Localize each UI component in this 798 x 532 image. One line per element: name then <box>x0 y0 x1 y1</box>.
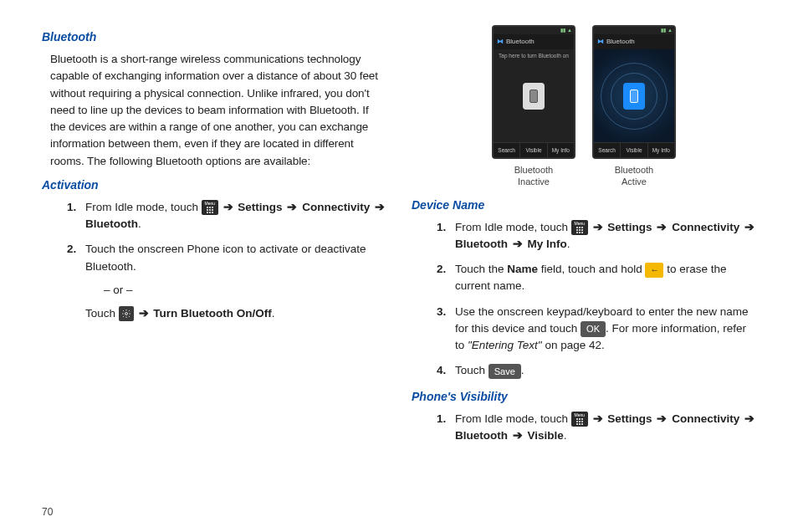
step-text: Touch <box>455 364 489 376</box>
arrow-icon: ➔ <box>744 221 755 233</box>
bluetooth-label: Bluetooth <box>85 217 138 230</box>
step-text: . <box>521 364 524 376</box>
step-text: on page 42. <box>542 339 605 351</box>
connectivity-label: Connectivity <box>672 412 739 425</box>
phone-tab: Search <box>594 143 621 157</box>
arrow-icon: ➔ <box>657 412 667 425</box>
heading-activation: Activation <box>42 176 386 194</box>
phone-tab: Visible <box>621 143 647 157</box>
arrow-icon: ➔ <box>513 429 523 442</box>
phone-tab-bar: Search Visible My Info <box>494 142 574 157</box>
page-columns: Bluetooth Bluetooth is a short-range wir… <box>42 25 756 453</box>
step-text: From Idle mode, touch <box>455 412 571 425</box>
visibility-step-1: From Idle mode, touch Menu ➔ Settings ➔ … <box>437 411 756 445</box>
phone-title-bar: ⧓ Bluetooth <box>494 34 574 49</box>
phone-tab: My Info <box>648 143 674 157</box>
phone-caption-active: BluetoothActive <box>592 164 676 188</box>
bluetooth-label: Bluetooth <box>455 238 508 250</box>
arrow-icon: ➔ <box>375 201 385 213</box>
step-text: From Idle mode, touch <box>85 201 202 213</box>
entering-text-ref: "Entering Text" <box>468 339 542 351</box>
left-column: Bluetooth Bluetooth is a short-range wir… <box>42 25 386 453</box>
menu-icon: Menu <box>202 200 218 215</box>
connectivity-label: Connectivity <box>672 221 739 233</box>
arrow-icon: ➔ <box>744 412 755 425</box>
phone-tab: My Info <box>548 143 574 157</box>
bluetooth-intro-text: Bluetooth is a short-range wireless comm… <box>50 51 386 170</box>
arrow-icon: ➔ <box>287 201 297 213</box>
gear-icon <box>119 306 134 321</box>
arrow-icon: ➔ <box>593 221 603 233</box>
phone-title-bar: ⧓ Bluetooth <box>594 34 674 49</box>
menu-icon-label: Menu <box>205 202 216 206</box>
phone-device-icon <box>623 83 645 110</box>
phone-tab: Search <box>494 143 520 157</box>
phone-content: Tap here to turn Bluetooth on <box>494 49 574 142</box>
visibility-steps: From Idle mode, touch Menu ➔ Settings ➔ … <box>437 411 756 445</box>
activation-step-2: Touch the onscreen Phone icon to activat… <box>67 241 386 322</box>
phone-content <box>594 49 674 142</box>
turn-bluetooth-label: Turn Bluetooth On/Off <box>153 307 271 320</box>
phone-screenshot-inactive: ▮▮▲ ⧓ Bluetooth Tap here to turn Bluetoo… <box>492 25 575 159</box>
status-bar: ▮▮▲ <box>494 27 574 34</box>
phone-active-block: ▮▮▲ ⧓ Bluetooth Search Visible My Info <box>592 25 676 188</box>
device-name-steps: From Idle mode, touch Menu ➔ Settings ➔ … <box>437 219 756 380</box>
phone-caption-inactive: BluetoothInactive <box>492 164 575 188</box>
name-field-label: Name <box>507 263 538 275</box>
step-text: field, touch and hold <box>538 263 645 275</box>
step-text: Touch the <box>455 263 507 275</box>
phone-tab-bar: Search Visible My Info <box>594 142 674 157</box>
arrow-icon: ➔ <box>139 307 149 320</box>
device-step-3: Use the onscreen keypad/keyboard to ente… <box>437 304 756 355</box>
heading-bluetooth: Bluetooth <box>42 28 386 46</box>
erase-icon: ← <box>645 263 663 278</box>
arrow-icon: ➔ <box>223 201 233 213</box>
step-text: From Idle mode, touch <box>455 221 571 233</box>
phone-screenshot-active: ▮▮▲ ⧓ Bluetooth Search Visible My Info <box>592 25 676 159</box>
phone-device-icon <box>523 83 545 110</box>
or-divider: – or – <box>104 282 386 299</box>
device-step-4: Touch Save. <box>437 362 756 379</box>
device-step-1: From Idle mode, touch Menu ➔ Settings ➔ … <box>437 219 756 253</box>
settings-label: Settings <box>607 412 652 425</box>
save-button: Save <box>489 364 521 380</box>
ok-button: OK <box>581 321 606 337</box>
alt-instruction: Touch ➔ Turn Bluetooth On/Off. <box>85 305 386 322</box>
tap-hint: Tap here to turn Bluetooth on <box>499 52 569 60</box>
bluetooth-label: Bluetooth <box>455 429 508 442</box>
phone-gallery: ▮▮▲ ⧓ Bluetooth Tap here to turn Bluetoo… <box>412 25 756 188</box>
settings-label: Settings <box>607 221 652 233</box>
phone-inactive-block: ▮▮▲ ⧓ Bluetooth Tap here to turn Bluetoo… <box>492 25 575 188</box>
menu-icon-label: Menu <box>575 222 586 226</box>
menu-icon: Menu <box>571 220 588 235</box>
menu-icon-label: Menu <box>575 413 586 417</box>
myinfo-label: My Info <box>528 238 567 250</box>
visible-label: Visible <box>528 429 564 442</box>
step-text: Touch the onscreen Phone icon to activat… <box>85 243 366 272</box>
activation-step-1: From Idle mode, touch Menu ➔ Settings ➔ … <box>67 199 386 233</box>
heading-visibility: Phone's Visibility <box>412 388 756 406</box>
device-step-2: Touch the Name field, touch and hold ← t… <box>437 261 756 295</box>
phone-tab: Visible <box>520 143 547 157</box>
bluetooth-icon: ⧓ <box>497 37 504 47</box>
phone-title: Bluetooth <box>506 37 535 47</box>
menu-icon: Menu <box>571 412 588 427</box>
arrow-icon: ➔ <box>513 238 523 250</box>
status-bar: ▮▮▲ <box>594 27 674 34</box>
svg-point-0 <box>125 313 127 315</box>
bluetooth-icon: ⧓ <box>597 37 604 47</box>
touch-prefix: Touch <box>85 307 119 320</box>
phone-title: Bluetooth <box>606 37 635 47</box>
heading-device-name: Device Name <box>412 197 756 214</box>
connectivity-label: Connectivity <box>302 201 370 213</box>
page-number: 70 <box>42 504 53 519</box>
arrow-icon: ➔ <box>657 221 667 233</box>
activation-steps: From Idle mode, touch Menu ➔ Settings ➔ … <box>67 199 386 323</box>
right-column: ▮▮▲ ⧓ Bluetooth Tap here to turn Bluetoo… <box>412 25 756 453</box>
arrow-icon: ➔ <box>593 412 603 425</box>
settings-label: Settings <box>238 201 282 213</box>
